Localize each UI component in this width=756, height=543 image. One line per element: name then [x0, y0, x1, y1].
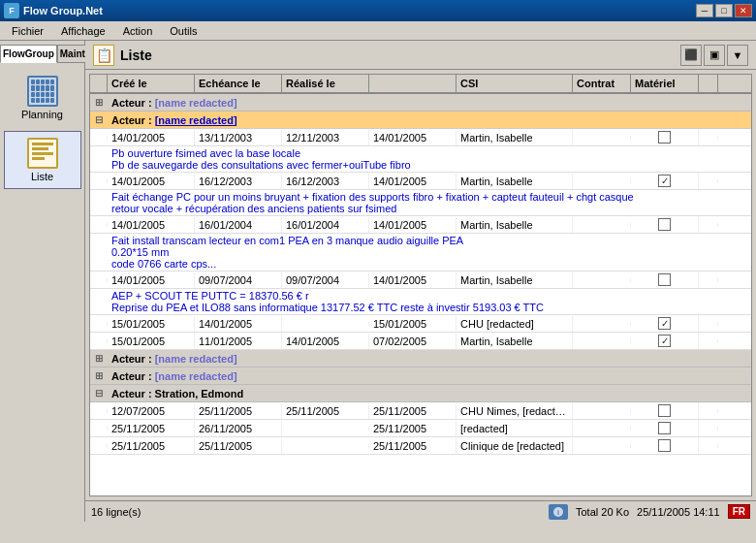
td-csi: [redacted] [457, 421, 573, 436]
td-expand [90, 444, 108, 448]
td-created: 12/07/2005 [108, 403, 195, 419]
status-total-size: Total 20 Ko [576, 506, 629, 518]
note-text-4: retour vocale + récupération des anciens… [111, 203, 730, 214]
status-row-count: 16 ligne(s) [91, 506, 541, 518]
td-created: 14/01/2005 [108, 174, 195, 189]
status-bar: 16 ligne(s) i Total 20 Ko 25/11/2005 14:… [85, 500, 756, 522]
group-row: ⊞ Acteur : [name redacted] [90, 94, 751, 112]
td-col4: 25/11/2005 [369, 421, 457, 436]
checkbox-4[interactable] [658, 273, 671, 286]
checkbox-6[interactable] [658, 335, 671, 347]
data-row-2: 14/01/2005 16/12/2003 16/12/2003 14/01/2… [90, 173, 751, 190]
note-row-3: Fait install transcam lecteur en com1 PE… [90, 234, 751, 272]
minimize-button[interactable]: ─ [696, 4, 713, 17]
table-wrapper: Créé le Echéance le Réalisé le CSI Contr… [89, 74, 752, 496]
td-col4: 14/01/2005 [369, 272, 457, 288]
liste-icon [27, 138, 58, 169]
data-row-8: 25/11/2005 26/11/2005 25/11/2005 [redact… [90, 420, 751, 437]
checkbox-5[interactable] [658, 317, 671, 330]
header-btn-filter[interactable]: ▼ [727, 45, 748, 66]
group1-toggle[interactable]: ⊞ [90, 97, 108, 108]
data-row-7: 12/07/2005 25/11/2005 25/11/2005 25/11/2… [90, 402, 751, 420]
svg-text:i: i [557, 509, 559, 516]
td-contrat [573, 339, 631, 343]
group-row-5: ⊟ Acteur : Stration, Edmond [90, 385, 751, 402]
group2-toggle[interactable]: ⊟ [90, 114, 108, 125]
td-materiel [631, 216, 699, 233]
checkbox-8[interactable] [658, 422, 671, 434]
data-row-9: 25/11/2005 25/11/2005 25/11/2005 Cliniqu… [90, 437, 751, 455]
col-scroll [699, 75, 718, 92]
td-col4: 07/02/2005 [369, 334, 457, 349]
td-realise [282, 427, 369, 431]
td-csi: Martin, Isabelle [457, 130, 573, 145]
group2-label: Acteur : [name redacted] [108, 112, 732, 128]
td-materiel [631, 333, 699, 349]
group4-toggle[interactable]: ⊞ [90, 370, 108, 381]
group5-toggle[interactable]: ⊟ [90, 388, 108, 399]
td-materiel [631, 402, 699, 419]
menu-action[interactable]: Action [115, 23, 161, 39]
header-btn-1[interactable]: ⬛ [680, 45, 702, 66]
sidebar-item-liste[interactable]: Liste [4, 131, 81, 189]
maximize-button[interactable]: □ [715, 4, 733, 17]
planning-label: Planning [21, 109, 63, 120]
td-created: 15/01/2005 [108, 316, 195, 332]
td-csi: CHU [redacted] [457, 316, 573, 332]
td-csi: Martin, Isabelle [457, 334, 573, 349]
col-col4 [369, 75, 457, 92]
checkbox-3[interactable] [658, 218, 671, 231]
checkbox-9[interactable] [658, 439, 671, 452]
content-area: 📋 Liste ⬛ ▣ ▼ Créé le Echéance le Réalis… [85, 41, 756, 522]
col-contrat: Contrat [573, 75, 631, 92]
td-materiel [631, 420, 699, 436]
planning-icon [27, 76, 58, 107]
td-col4: 14/01/2005 [369, 174, 457, 189]
td-realise: 14/01/2005 [282, 334, 369, 349]
app-body: FlowGroup Maintenance Planning Liste 📋 L… [0, 41, 756, 522]
menu-bar: Fichier Affichage Action Outils [0, 21, 756, 41]
td-contrat [573, 444, 631, 448]
menu-fichier[interactable]: Fichier [4, 23, 51, 39]
td-realise: 09/07/2004 [282, 272, 369, 288]
td-created: 14/01/2005 [108, 130, 195, 145]
td-col4: 15/01/2005 [369, 316, 457, 332]
group3-toggle[interactable]: ⊞ [90, 353, 108, 364]
note-text-8: AEP + SCOUT TE PUTTC = 18370.56 € r [111, 290, 730, 302]
col-echeance: Echéance le [195, 75, 282, 92]
note-row-2: Fait échange PC pour un moins bruyant + … [90, 190, 751, 216]
data-row-5: 15/01/2005 14/01/2005 15/01/2005 CHU [re… [90, 315, 751, 333]
sidebar-item-planning[interactable]: Planning [4, 69, 81, 127]
sidebar: FlowGroup Maintenance Planning Liste [0, 41, 85, 522]
table-inner[interactable]: Créé le Echéance le Réalisé le CSI Contr… [90, 75, 751, 495]
checkbox-7[interactable] [658, 404, 671, 417]
note-row-4: AEP + SCOUT TE PUTTC = 18370.56 € r Repr… [90, 289, 751, 315]
td-created: 14/01/2005 [108, 272, 195, 288]
td-echeance: 26/11/2005 [195, 421, 282, 436]
tab-flowgroup[interactable]: FlowGroup [0, 45, 57, 63]
close-button[interactable]: ✕ [735, 4, 752, 17]
group1-label: Acteur : [name redacted] [108, 95, 732, 111]
checkbox-checked[interactable] [658, 175, 671, 187]
td-contrat [573, 223, 631, 227]
td-echeance: 25/11/2005 [195, 438, 282, 454]
note-text-9: Reprise du PEA et ILO88 sans informatiqu… [111, 302, 730, 313]
td-csi: Martin, Isabelle [457, 272, 573, 288]
menu-affichage[interactable]: Affichage [53, 23, 113, 39]
group-row-2: ⊟ Acteur : [name redacted] [90, 112, 751, 129]
td-csi: Martin, Isabelle [457, 217, 573, 233]
td-expand [90, 136, 108, 140]
status-icon: i [549, 504, 568, 520]
td-contrat [573, 278, 631, 282]
header-btn-2[interactable]: ▣ [704, 45, 725, 66]
td-expand [90, 409, 108, 413]
td-echeance: 14/01/2005 [195, 316, 282, 332]
table-header: Créé le Echéance le Réalisé le CSI Contr… [90, 75, 751, 94]
content-header: 📋 Liste ⬛ ▣ ▼ [85, 41, 756, 70]
note-text-2: Pb de sauvegarde des consultations avec … [111, 159, 730, 171]
group5-label: Acteur : Stration, Edmond [108, 386, 732, 401]
note-text-6: 0.20*15 mm [111, 246, 730, 258]
col-materiel: Matériel [631, 75, 699, 92]
menu-outils[interactable]: Outils [162, 23, 205, 39]
checkbox[interactable] [658, 131, 671, 144]
